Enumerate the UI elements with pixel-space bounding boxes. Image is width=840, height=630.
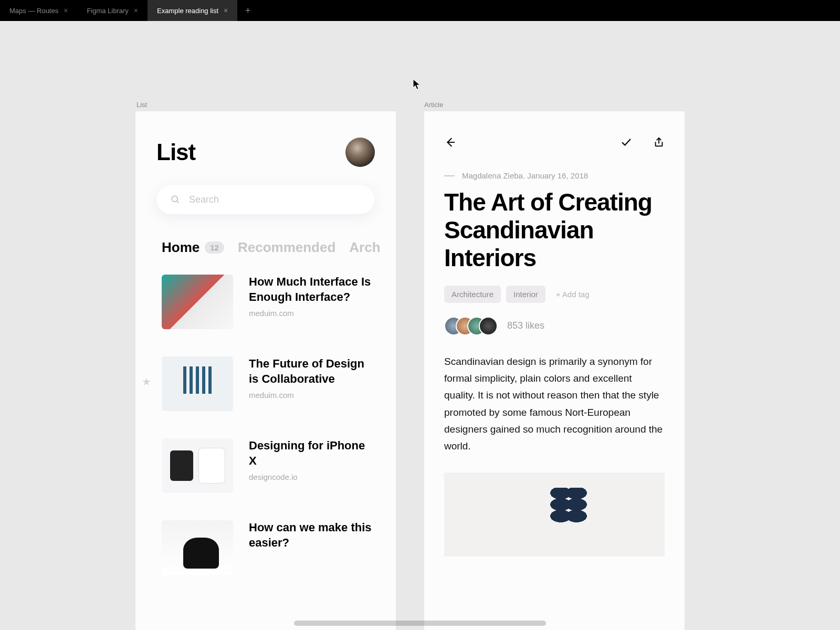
- tag-interior[interactable]: Interior: [506, 286, 545, 303]
- search-input[interactable]: [189, 194, 361, 205]
- filter-badge: 12: [205, 242, 224, 254]
- list-item[interactable]: How can we make this easier?: [162, 520, 375, 575]
- add-tag-button[interactable]: + Add tag: [551, 286, 595, 303]
- tab-maps-routes[interactable]: Maps — Routes ×: [0, 0, 77, 21]
- list-header: List: [135, 111, 396, 167]
- back-icon[interactable]: [444, 136, 456, 148]
- item-source: meduim.com: [249, 309, 375, 318]
- tab-bar: Maps — Routes × Figma Library × Example …: [0, 0, 840, 21]
- search-container: [135, 167, 396, 214]
- page-title: List: [156, 139, 195, 165]
- filter-row: Home 12 Recommended Arch: [135, 214, 396, 256]
- byline-text: Magdalena Zieba. January 16, 2018: [462, 171, 588, 180]
- horizontal-scrollbar[interactable]: [294, 621, 546, 626]
- close-icon[interactable]: ×: [64, 7, 68, 14]
- share-icon[interactable]: [653, 136, 665, 148]
- tag-architecture[interactable]: Architecture: [444, 286, 501, 303]
- item-title: How Much Interface Is Enough Interface?: [249, 275, 375, 304]
- item-thumbnail: [162, 356, 233, 411]
- new-tab-button[interactable]: +: [237, 0, 258, 21]
- item-title: Designing for iPhone X: [249, 438, 375, 468]
- item-thumbnail: [162, 438, 233, 493]
- article-list: How Much Interface Is Enough Interface? …: [135, 256, 396, 575]
- list-item[interactable]: ★ The Future of Design is Collaborative …: [162, 356, 375, 411]
- tab-label: Maps — Routes: [9, 7, 58, 15]
- close-icon[interactable]: ×: [224, 7, 228, 14]
- likes-row: 853 likes: [424, 303, 685, 335]
- list-item[interactable]: How Much Interface Is Enough Interface? …: [162, 275, 375, 329]
- figma-canvas[interactable]: List Article List Home 12 Recommended: [0, 21, 840, 630]
- svg-point-0: [172, 196, 177, 202]
- list-item[interactable]: Designing for iPhone X designcode.io: [162, 438, 375, 493]
- cursor-icon: [413, 79, 421, 90]
- frame-article[interactable]: Magdalena Zieba. January 16, 2018 The Ar…: [424, 111, 685, 630]
- filter-label: Home: [162, 239, 200, 256]
- filter-recommended[interactable]: Recommended: [238, 239, 335, 256]
- search-icon: [170, 194, 181, 205]
- article-hero-image: [444, 472, 665, 556]
- filter-archived[interactable]: Arch: [349, 239, 380, 256]
- likes-count: 853 likes: [507, 320, 544, 331]
- tag-row: Architecture Interior + Add tag: [424, 272, 685, 303]
- tab-example-reading-list[interactable]: Example reading list ×: [148, 0, 237, 21]
- article-title: The Art of Creating Scandinavian Interio…: [424, 180, 685, 272]
- item-source: meduim.com: [249, 391, 375, 400]
- frame-list[interactable]: List Home 12 Recommended Arch: [135, 111, 396, 630]
- search-box[interactable]: [156, 185, 375, 214]
- tab-label: Example reading list: [157, 7, 218, 15]
- byline-dash-icon: [444, 175, 455, 176]
- filter-home[interactable]: Home 12: [162, 239, 224, 256]
- checkmark-icon[interactable]: [621, 136, 632, 148]
- close-icon[interactable]: ×: [134, 7, 138, 14]
- article-byline: Magdalena Zieba. January 16, 2018: [424, 148, 685, 180]
- item-thumbnail: [162, 520, 233, 575]
- star-icon[interactable]: ★: [142, 375, 151, 388]
- avatar: [479, 317, 498, 335]
- filter-label: Recommended: [238, 239, 335, 256]
- item-title: The Future of Design is Collaborative: [249, 356, 375, 386]
- frame-label-list[interactable]: List: [136, 101, 147, 109]
- frame-label-article[interactable]: Article: [424, 101, 443, 109]
- avatar[interactable]: [345, 138, 375, 167]
- tab-label: Figma Library: [87, 7, 128, 15]
- item-source: designcode.io: [249, 472, 375, 481]
- avatar-stack[interactable]: [444, 317, 498, 335]
- svg-line-1: [177, 201, 179, 203]
- item-title: How can we make this easier?: [249, 520, 375, 550]
- article-topbar: [424, 111, 685, 148]
- item-thumbnail: [162, 275, 233, 329]
- filter-label: Arch: [349, 239, 380, 256]
- tab-figma-library[interactable]: Figma Library ×: [77, 0, 148, 21]
- article-body: Scandinavian design is primarily a synon…: [424, 335, 685, 455]
